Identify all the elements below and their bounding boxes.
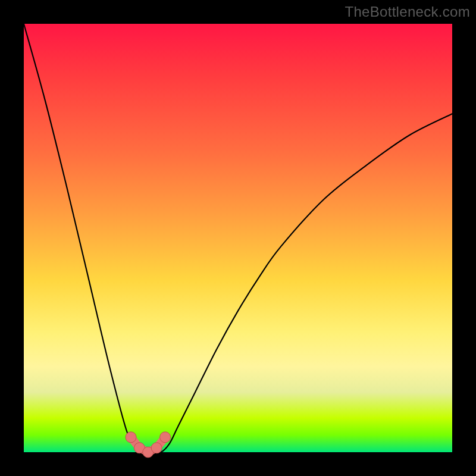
- chart-frame: TheBottleneck.com: [0, 0, 476, 476]
- optimal-marker: [126, 432, 136, 443]
- plot-area: [24, 24, 452, 452]
- curve-svg: [24, 24, 452, 452]
- optimal-region-markers: [126, 432, 171, 458]
- optimal-marker: [160, 432, 171, 443]
- bottleneck-curve: [24, 24, 452, 453]
- watermark-text: TheBottleneck.com: [345, 4, 470, 20]
- optimal-marker: [151, 443, 162, 453]
